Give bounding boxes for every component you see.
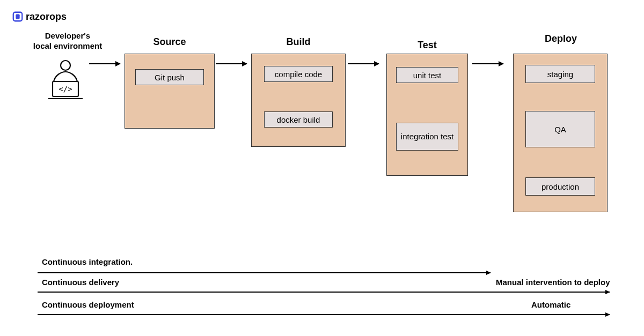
arrow-continuous-integration (38, 272, 491, 273)
chip-integration-test: integration test (396, 123, 458, 151)
developer-env-label-line2: local environment (30, 41, 105, 51)
label-continuous-deployment: Continuous deployment (42, 300, 134, 309)
stage-box-source: Git push (125, 54, 215, 129)
brand-logo: razorops (12, 11, 67, 23)
stage-title-deploy: Deploy (515, 33, 606, 44)
arrow-test-to-deploy (472, 63, 503, 64)
svg-text:</>: </> (58, 85, 72, 93)
stage-box-build: compile code docker build (251, 54, 346, 147)
label-manual-intervention: Manual intervention to deploy (496, 278, 610, 287)
arrow-source-to-build (216, 63, 247, 64)
chip-staging: staging (525, 65, 595, 83)
label-continuous-delivery: Continuous delivery (42, 278, 119, 287)
arrow-continuous-deployment (38, 314, 610, 315)
stage-title-build: Build (251, 36, 346, 48)
arrow-build-to-test (348, 63, 379, 64)
label-automatic: Automatic (531, 300, 570, 309)
stage-box-test: unit test integration test (386, 54, 468, 176)
chip-production: production (525, 177, 595, 196)
chip-qa: QA (525, 111, 595, 147)
chip-git-push: Git push (135, 69, 204, 85)
stage-title-test: Test (386, 40, 468, 51)
label-continuous-integration: Continuous integration. (42, 257, 133, 266)
chip-docker-build: docker build (264, 111, 333, 128)
arrow-dev-to-source (89, 63, 120, 64)
chip-compile-code: compile code (264, 66, 333, 82)
stage-title-source: Source (125, 36, 215, 48)
developer-icon: </> (44, 58, 87, 101)
svg-rect-1 (16, 14, 19, 19)
svg-point-2 (61, 61, 70, 70)
developer-env-label: Developer's local environment (30, 31, 105, 51)
chip-unit-test: unit test (396, 67, 458, 83)
logo-text: razorops (26, 11, 67, 23)
stage-box-deploy: staging QA production (513, 54, 608, 212)
logo-icon (12, 11, 24, 23)
developer-env-label-line1: Developer's (30, 31, 105, 41)
arrow-continuous-delivery (38, 292, 610, 293)
